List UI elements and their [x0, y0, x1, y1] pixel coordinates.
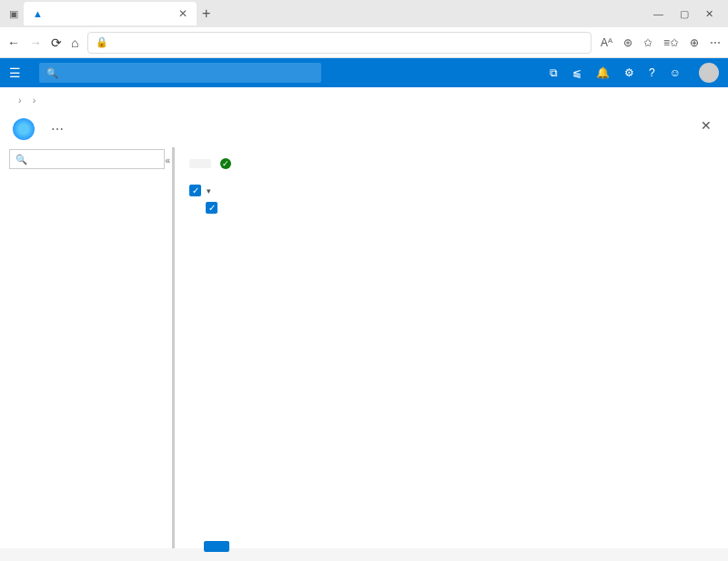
- notifications-icon[interactable]: 🔔: [596, 66, 610, 79]
- favorites-star-icon[interactable]: ✩: [643, 36, 652, 49]
- address-bar[interactable]: 🔒: [87, 32, 592, 54]
- close-tab-icon[interactable]: ✕: [178, 7, 187, 20]
- read-aloud-icon[interactable]: Aᴬ: [601, 36, 612, 49]
- sidebar-search[interactable]: 🔍: [9, 149, 165, 169]
- favorites-icon[interactable]: ≡✩: [663, 36, 679, 49]
- chevron-right-icon: ›: [33, 95, 36, 105]
- shopping-icon[interactable]: ⊛: [623, 36, 632, 49]
- caret-down-icon[interactable]: ▾: [207, 186, 211, 195]
- tabs-icon[interactable]: ▣: [9, 8, 18, 20]
- azure-favicon-icon: ▲: [33, 8, 43, 19]
- search-icon: 🔍: [15, 154, 27, 165]
- more-icon[interactable]: ⋯: [51, 122, 64, 136]
- checkbox-checked-icon[interactable]: ✓: [189, 185, 201, 196]
- checkbox-checked-icon[interactable]: ✓: [206, 202, 217, 214]
- global-search[interactable]: 🔍: [39, 63, 321, 83]
- back-button[interactable]: ←: [7, 35, 20, 50]
- filter-icon[interactable]: ⫹: [572, 66, 581, 79]
- minimize-icon[interactable]: —: [653, 8, 663, 20]
- cloud-shell-icon[interactable]: ⧉: [550, 66, 558, 79]
- close-window-icon[interactable]: ✕: [705, 8, 713, 20]
- enable-synapse-button[interactable]: [204, 541, 229, 552]
- cosmos-db-icon: [13, 118, 35, 140]
- main-content: ✓ ✓ ▾ ✓: [172, 147, 728, 548]
- hamburger-icon[interactable]: ☰: [9, 65, 21, 80]
- maximize-icon[interactable]: ▢: [680, 8, 689, 20]
- feedback-icon[interactable]: ☺: [670, 66, 681, 79]
- home-button[interactable]: ⌂: [71, 35, 78, 50]
- close-blade-icon[interactable]: ✕: [701, 118, 712, 133]
- sidebar: 🔍 «: [0, 147, 175, 548]
- tree-container-row[interactable]: ✓: [189, 199, 710, 216]
- chevron-right-icon: ›: [18, 95, 22, 105]
- settings-icon[interactable]: ⚙: [624, 66, 634, 79]
- forward-button: →: [29, 35, 42, 50]
- collections-icon[interactable]: ⊕: [690, 36, 699, 49]
- success-check-icon: ✓: [220, 158, 231, 169]
- tree-db-row[interactable]: ✓ ▾: [189, 182, 710, 199]
- search-icon: 🔍: [46, 67, 58, 79]
- account-enabled-button: [189, 159, 211, 168]
- menu-icon[interactable]: ⋯: [710, 36, 721, 49]
- new-tab-button[interactable]: +: [202, 5, 210, 22]
- breadcrumb: › ›: [0, 87, 728, 113]
- lock-icon: 🔒: [96, 36, 108, 48]
- refresh-button[interactable]: ⟳: [51, 35, 62, 50]
- help-icon[interactable]: ?: [649, 66, 655, 79]
- user-avatar[interactable]: [699, 63, 719, 83]
- browser-tab[interactable]: ▲ ✕: [24, 2, 197, 25]
